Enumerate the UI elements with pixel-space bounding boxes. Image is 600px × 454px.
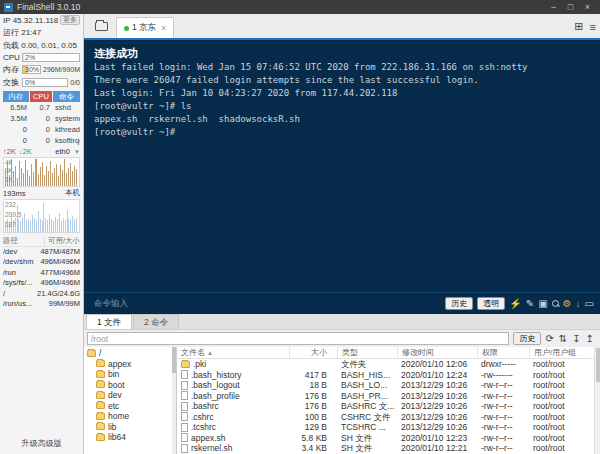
net-ylabel: 3K	[5, 167, 13, 174]
tree-root[interactable]: /	[84, 348, 176, 359]
path-history-button[interactable]: 历史	[513, 332, 541, 345]
table-scrollbar[interactable]	[594, 347, 600, 454]
folder-icon	[181, 361, 190, 368]
graph-bar	[47, 220, 48, 232]
transparency-button[interactable]: 透明	[477, 297, 505, 310]
graph-bar	[46, 166, 47, 186]
download-icon[interactable]: ↓	[576, 298, 581, 310]
tree-scrollbar[interactable]	[172, 347, 176, 454]
file-row[interactable]: appex.sh5.8 KBSH 文件2020/01/10 12:23-rw-r…	[177, 433, 600, 444]
finalshell-window: FinalShell 3.0.10 − □ × IP 45.32.11.118 …	[0, 0, 600, 454]
chevron-down-icon: ▼	[74, 149, 80, 155]
file-row[interactable]: .bash_profile176 BBASH_PR...2013/12/29 1…	[177, 391, 600, 402]
process-row[interactable]: 00ksoftirqd/	[3, 135, 80, 146]
tree-item[interactable]: etc	[84, 401, 176, 412]
disk-row[interactable]: /21.4G/24.6G	[3, 289, 80, 300]
tree-item[interactable]: appex	[84, 359, 176, 370]
tab-files[interactable]: 1 文件	[86, 314, 132, 329]
process-row[interactable]: 00kthreadd	[3, 124, 80, 135]
tree-item[interactable]: lib	[84, 422, 176, 433]
refresh-icon[interactable]: ⟳	[545, 333, 553, 344]
tree-item[interactable]: bin	[84, 369, 176, 380]
file-row[interactable]: rskernel.sh3.4 KBSH 文件2020/01/10 12:21-r…	[177, 443, 600, 454]
connections-button[interactable]	[90, 17, 112, 35]
tree-item[interactable]: boot	[84, 380, 176, 391]
command-input[interactable]: 命令输入	[94, 298, 128, 310]
graph-bar	[40, 219, 41, 232]
process-row[interactable]: 6.5M0.7sshd	[3, 102, 80, 113]
process-row[interactable]: 3.5M0systemd	[3, 113, 80, 124]
title-bar: FinalShell 3.0.10 − □ ×	[0, 0, 600, 14]
tab-commands[interactable]: 2 命令	[133, 314, 179, 329]
graph-bar	[74, 166, 75, 186]
graph-bar	[25, 160, 26, 186]
file-table: 文件名▲ 大小 类型 修改时间 权限 用户/用户组 .pki文件夹2020/01…	[177, 347, 600, 454]
disk-row[interactable]: /dev/shm496M/496M	[3, 257, 80, 268]
transfer-icon[interactable]: ⇅	[559, 333, 567, 344]
process-header-mem[interactable]: 内存	[3, 91, 29, 102]
session-tab[interactable]: 1 京东 ×	[116, 17, 174, 38]
disk-row[interactable]: /run477M/496M	[3, 268, 80, 279]
disk-row[interactable]: /sys/fs/...496M/496M	[3, 278, 80, 289]
col-perm[interactable]: 权限	[477, 347, 529, 358]
run-icon[interactable]: ⚡	[509, 298, 521, 310]
disk-row[interactable]: /run/us...99M/99M	[3, 299, 80, 310]
uptime-label: 运行 21:47	[0, 26, 83, 39]
menu-icon[interactable]: ≡	[590, 21, 596, 33]
close-button[interactable]: ×	[579, 2, 596, 12]
history-button[interactable]: 历史	[445, 297, 473, 310]
col-mtime[interactable]: 修改时间	[397, 347, 477, 358]
file-icon	[181, 444, 188, 453]
interface-select[interactable]: eth0 ▼	[55, 147, 80, 156]
file-row[interactable]: .tcshrc129 BTCSHRC ...2013/12/29 10:26-r…	[177, 422, 600, 433]
disk-table: 路径 可用/大小 /dev487M/487M/dev/shm496M/496M/…	[3, 236, 80, 310]
graph-bar	[70, 220, 71, 232]
col-owner[interactable]: 用户/用户组	[529, 347, 600, 358]
tree-item[interactable]: dev	[84, 390, 176, 401]
tree-item[interactable]: lib64	[84, 432, 176, 443]
maximize-button[interactable]: □	[562, 2, 579, 12]
terminal-output[interactable]: 连接成功Last failed login: Wed Jan 15 07:46:…	[84, 40, 600, 292]
graph-bar	[51, 219, 52, 232]
gauge-row: CPU2%	[0, 52, 83, 63]
file-icon	[181, 423, 188, 432]
graph-bar	[32, 215, 33, 232]
gauge-bar: 2%	[22, 53, 80, 62]
net-ylabel: 4K	[5, 159, 13, 166]
graph-bar	[21, 168, 22, 186]
path-input[interactable]	[87, 332, 509, 345]
process-header-cmd[interactable]: 命令	[53, 91, 80, 102]
screen-icon[interactable]: ▭	[585, 298, 594, 310]
tree-item[interactable]: home	[84, 411, 176, 422]
disk-row[interactable]: /dev487M/487M	[3, 247, 80, 258]
graph-bar	[28, 219, 29, 232]
layout-grid-icon[interactable]: ⊞	[574, 20, 583, 33]
col-size[interactable]: 大小	[289, 347, 337, 358]
col-filename[interactable]: 文件名▲	[177, 347, 289, 358]
file-row[interactable]: .pki文件夹2020/01/10 12:06drwxr-----root/ro…	[177, 359, 600, 370]
col-type[interactable]: 类型	[337, 347, 397, 358]
file-manager-panel: 1 文件 2 命令 历史 ⟳⇅↧↥ / appexbinbootdevetcho…	[84, 314, 600, 454]
upload-icon[interactable]: ↥	[586, 333, 594, 344]
file-icon	[181, 433, 188, 442]
process-header-cpu[interactable]: CPU	[30, 91, 52, 102]
file-row[interactable]: .cshrc100 BCSHRC 文件2013/12/29 10:26-rw-r…	[177, 412, 600, 423]
file-row[interactable]: .bash_history417 BBASH_HIS...2020/01/10 …	[177, 370, 600, 381]
ping-source[interactable]: 本机	[65, 188, 80, 198]
file-row[interactable]: .bash_logout18 BBASH_LO...2013/12/29 10:…	[177, 380, 600, 391]
graph-bar	[57, 219, 58, 232]
settings-icon[interactable]: ⚙	[563, 298, 572, 310]
terminal-line: There were 26047 failed login attempts s…	[94, 74, 590, 87]
edit-icon[interactable]: ✎	[526, 298, 534, 310]
ip-more-button[interactable]: 更多	[60, 15, 80, 25]
gauge-fill	[23, 54, 24, 61]
search-icon[interactable]	[552, 300, 559, 307]
upgrade-link[interactable]: 升级高级版	[0, 434, 83, 454]
open-folder-icon	[95, 22, 108, 31]
paste-icon[interactable]: ▣	[538, 298, 547, 310]
tab-close-icon[interactable]: ×	[161, 23, 166, 33]
graph-bar	[70, 163, 71, 186]
download-icon[interactable]: ↧	[572, 333, 580, 344]
file-row[interactable]: .bashrc176 BBASHRC 文...2013/12/29 10:26-…	[177, 401, 600, 412]
minimize-button[interactable]: −	[545, 2, 562, 12]
